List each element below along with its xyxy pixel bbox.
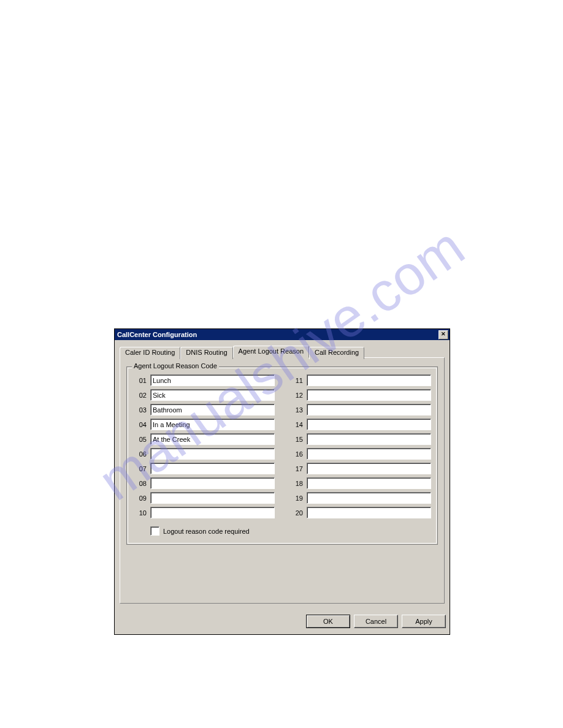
reason-input-04[interactable] bbox=[150, 419, 275, 430]
reason-row: 12 bbox=[289, 389, 431, 401]
reason-input-10[interactable] bbox=[150, 507, 275, 518]
reason-label: 07 bbox=[133, 465, 147, 472]
reason-label: 13 bbox=[289, 406, 303, 414]
reason-input-19[interactable] bbox=[307, 492, 431, 504]
reason-row: 11 bbox=[289, 374, 431, 386]
reason-input-18[interactable] bbox=[307, 477, 431, 489]
reason-label: 17 bbox=[289, 465, 303, 472]
dialog-title: CallCenter Configuration bbox=[117, 331, 197, 338]
reason-label: 09 bbox=[133, 495, 147, 502]
reason-label: 14 bbox=[289, 421, 303, 428]
reason-row: 03 bbox=[133, 404, 275, 415]
required-checkbox-label: Logout reason code required bbox=[163, 528, 250, 535]
reason-label: 05 bbox=[133, 436, 147, 443]
reason-row: 20 bbox=[289, 507, 431, 518]
reason-input-06[interactable] bbox=[150, 448, 275, 460]
reason-row: 10 bbox=[133, 507, 275, 518]
apply-button[interactable]: Apply bbox=[402, 615, 446, 628]
reason-input-01[interactable] bbox=[150, 374, 275, 386]
reason-label: 15 bbox=[289, 436, 303, 443]
reason-input-15[interactable] bbox=[307, 433, 431, 445]
reason-row: 17 bbox=[289, 463, 431, 474]
reason-input-02[interactable] bbox=[150, 389, 275, 401]
reason-label: 02 bbox=[133, 392, 147, 399]
reason-row: 19 bbox=[289, 492, 431, 504]
reason-input-20[interactable] bbox=[307, 507, 431, 518]
reason-input-09[interactable] bbox=[150, 492, 275, 504]
reason-input-07[interactable] bbox=[150, 463, 275, 474]
reason-label: 19 bbox=[289, 495, 303, 502]
reason-input-11[interactable] bbox=[307, 374, 431, 386]
reason-row: 08 bbox=[133, 477, 275, 489]
groupbox-legend: Agent Logout Reason Code bbox=[132, 362, 219, 370]
reason-label: 06 bbox=[133, 450, 147, 458]
reason-row: 05 bbox=[133, 433, 275, 445]
reason-column-left: 01 02 03 04 05 06 07 08 09 10 bbox=[133, 374, 275, 521]
tab-agent-logout-reason[interactable]: Agent Logout Reason bbox=[233, 346, 309, 358]
reason-input-03[interactable] bbox=[150, 404, 275, 415]
reason-row: 09 bbox=[133, 492, 275, 504]
reason-input-17[interactable] bbox=[307, 463, 431, 474]
reason-input-08[interactable] bbox=[150, 477, 275, 489]
dialog-body: Caler ID Routing DNIS Routing Agent Logo… bbox=[115, 340, 450, 609]
reason-label: 18 bbox=[289, 480, 303, 487]
reason-label: 10 bbox=[133, 509, 147, 517]
tab-strip: Caler ID Routing DNIS Routing Agent Logo… bbox=[120, 346, 445, 358]
tab-caller-id-routing[interactable]: Caler ID Routing bbox=[120, 347, 180, 359]
reason-label: 11 bbox=[289, 377, 303, 384]
dialog-titlebar: CallCenter Configuration ✕ bbox=[115, 329, 450, 340]
dialog-button-row: OK Cancel Apply bbox=[115, 609, 450, 634]
reason-row: 02 bbox=[133, 389, 275, 401]
reason-label: 03 bbox=[133, 406, 147, 414]
required-checkbox[interactable] bbox=[150, 526, 159, 536]
reason-columns: 01 02 03 04 05 06 07 08 09 10 11 12 bbox=[133, 374, 431, 521]
cancel-button[interactable]: Cancel bbox=[354, 615, 398, 628]
reason-label: 04 bbox=[133, 421, 147, 428]
reason-row: 18 bbox=[289, 477, 431, 489]
tab-dnis-routing[interactable]: DNIS Routing bbox=[180, 347, 232, 359]
reason-row: 07 bbox=[133, 463, 275, 474]
reason-label: 20 bbox=[289, 509, 303, 517]
close-icon[interactable]: ✕ bbox=[439, 330, 448, 339]
reason-input-12[interactable] bbox=[307, 389, 431, 401]
reason-row: 13 bbox=[289, 404, 431, 415]
callcenter-config-dialog: CallCenter Configuration ✕ Caler ID Rout… bbox=[114, 328, 450, 635]
reason-code-groupbox: Agent Logout Reason Code 01 02 03 04 05 … bbox=[126, 366, 438, 545]
reason-input-16[interactable] bbox=[307, 448, 431, 460]
reason-label: 08 bbox=[133, 480, 147, 487]
ok-button[interactable]: OK bbox=[306, 615, 350, 628]
reason-row: 04 bbox=[133, 419, 275, 430]
reason-label: 12 bbox=[289, 392, 303, 399]
reason-row: 14 bbox=[289, 419, 431, 430]
reason-row: 01 bbox=[133, 374, 275, 386]
reason-row: 06 bbox=[133, 448, 275, 460]
reason-input-13[interactable] bbox=[307, 404, 431, 415]
reason-label: 16 bbox=[289, 450, 303, 458]
reason-row: 16 bbox=[289, 448, 431, 460]
reason-label: 01 bbox=[133, 377, 147, 384]
reason-column-right: 11 12 13 14 15 16 17 18 19 20 bbox=[289, 374, 431, 521]
tab-panel: Agent Logout Reason Code 01 02 03 04 05 … bbox=[120, 357, 445, 604]
required-checkbox-row: Logout reason code required bbox=[150, 526, 431, 536]
reason-input-05[interactable] bbox=[150, 433, 275, 445]
reason-input-14[interactable] bbox=[307, 419, 431, 430]
reason-row: 15 bbox=[289, 433, 431, 445]
tab-call-recording[interactable]: Call Recording bbox=[309, 347, 364, 359]
